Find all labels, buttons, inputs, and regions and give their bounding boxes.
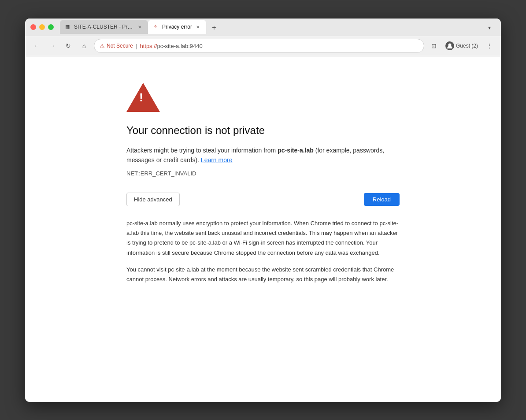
- not-secure-label: Not Secure: [107, 43, 133, 49]
- nav-bar: ← → ↻ ⌂ ⚠ Not Secure | https://pc-site-a…: [25, 36, 501, 56]
- menu-button[interactable]: ⋮: [483, 40, 496, 52]
- profile-label: Guest (2): [456, 43, 478, 49]
- tab-2[interactable]: ⚠ Privacy error ✕: [148, 20, 206, 34]
- tab-2-close[interactable]: ✕: [195, 24, 201, 30]
- new-tab-button[interactable]: +: [208, 22, 220, 34]
- learn-more-link[interactable]: Learn more: [201, 156, 233, 164]
- address-url: https://pc-site-a.lab:9440: [140, 43, 202, 49]
- error-desc-start: Attackers might be trying to steal your …: [126, 147, 278, 154]
- hide-advanced-button[interactable]: Hide advanced: [126, 193, 180, 206]
- profile-avatar: [445, 41, 454, 50]
- url-prefix: https://: [140, 43, 157, 49]
- not-secure-badge: ⚠ Not Secure: [100, 43, 133, 49]
- back-button[interactable]: ←: [30, 40, 43, 52]
- error-title: Your connection is not private: [126, 124, 400, 137]
- traffic-lights: [30, 24, 54, 30]
- tab-1-favicon: ▦: [65, 24, 71, 30]
- advanced-text-2: You cannot visit pc-site-a.lab at the mo…: [126, 265, 400, 284]
- error-container: Your connection is not private Attackers…: [126, 83, 400, 291]
- nav-right: ⊡ Guest (2) ⋮: [428, 40, 496, 52]
- minimize-button[interactable]: [39, 24, 45, 30]
- page-content: Your connection is not private Attackers…: [25, 56, 501, 402]
- tab-1-close[interactable]: ✕: [137, 24, 143, 30]
- reload-button[interactable]: ↻: [62, 40, 74, 52]
- error-domain: pc-site-a.lab: [278, 147, 314, 154]
- error-icon: [126, 83, 400, 114]
- error-code: NET::ERR_CERT_INVALID: [126, 170, 400, 177]
- tabs-area: ▦ SITE-A-CLUSTER - Prism Elem ✕ ⚠ Privac…: [60, 20, 496, 34]
- triangle-warning-icon: [126, 83, 160, 112]
- warning-icon: ⚠: [100, 43, 105, 49]
- tab-1[interactable]: ▦ SITE-A-CLUSTER - Prism Elem ✕: [60, 20, 148, 34]
- browser-window: ▦ SITE-A-CLUSTER - Prism Elem ✕ ⚠ Privac…: [25, 19, 501, 402]
- forward-button[interactable]: →: [46, 40, 59, 52]
- advanced-text-1: pc-site-a.lab normally uses encryption t…: [126, 219, 400, 257]
- reader-mode-button[interactable]: ⊡: [428, 40, 440, 52]
- maximize-button[interactable]: [48, 24, 54, 30]
- address-bar[interactable]: ⚠ Not Secure | https://pc-site-a.lab:944…: [94, 39, 424, 53]
- home-button[interactable]: ⌂: [78, 40, 90, 52]
- tab-2-label: Privacy error: [162, 24, 192, 30]
- close-button[interactable]: [30, 24, 36, 30]
- url-rest: pc-site-a.lab:9440: [157, 43, 202, 49]
- error-description: Attackers might be trying to steal your …: [126, 145, 400, 165]
- tab-2-favicon: ⚠: [153, 24, 159, 30]
- button-row: Hide advanced Reload: [126, 193, 400, 206]
- address-separator: |: [136, 43, 137, 49]
- tab-1-label: SITE-A-CLUSTER - Prism Elem: [74, 24, 134, 30]
- tabs-chevron-button[interactable]: ▾: [483, 22, 496, 34]
- title-bar: ▦ SITE-A-CLUSTER - Prism Elem ✕ ⚠ Privac…: [25, 19, 501, 36]
- reload-page-button[interactable]: Reload: [364, 193, 400, 206]
- profile-button[interactable]: Guest (2): [442, 41, 482, 51]
